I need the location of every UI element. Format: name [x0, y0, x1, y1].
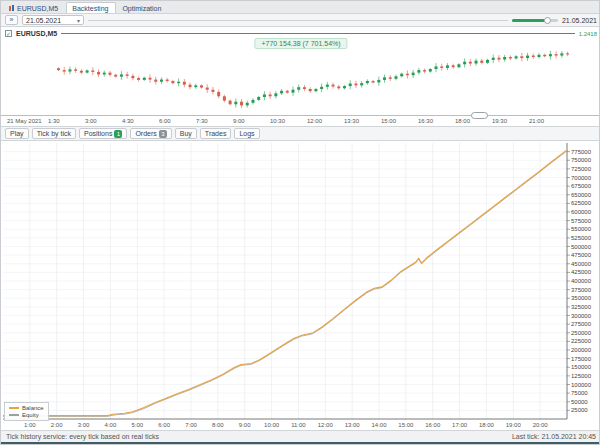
button-label: Trades: [205, 130, 227, 137]
panel-button-play[interactable]: Play: [5, 128, 29, 139]
x-tick-label: 15:00: [398, 422, 414, 428]
time-tick-label: 6:00: [159, 118, 171, 124]
button-label: Buy: [180, 130, 192, 137]
x-tick-label: 17:00: [452, 422, 468, 428]
price-chart-panel: ✓ EURUSD,M5 1.2418 +770 154.38 (7 701.54…: [1, 27, 600, 126]
panel-button-tick-by-tick[interactable]: Tick by tick: [32, 128, 76, 139]
y-tick-label: 325000: [571, 304, 592, 310]
legend-label: Equity: [22, 412, 39, 418]
current-test-time: 21.05.2021: [562, 17, 597, 24]
y-tick-label: 575000: [571, 218, 592, 224]
time-tick-label: 7:30: [196, 118, 208, 124]
x-tick-label: 5:00: [131, 422, 143, 428]
legend-swatch: [9, 407, 19, 409]
y-tick-label: 450000: [571, 261, 592, 267]
x-tick-label: 6:00: [158, 422, 170, 428]
button-label: Logs: [239, 130, 254, 137]
panel-button-logs[interactable]: Logs: [234, 128, 259, 139]
panel-button-orders[interactable]: Orders3: [130, 128, 171, 139]
skip-forward-button[interactable]: »: [5, 15, 18, 25]
x-tick-label: 2:00: [51, 422, 63, 428]
panel-button-trades[interactable]: Trades: [200, 128, 232, 139]
grid-lines: [3, 143, 567, 419]
y-tick-label: 625000: [571, 200, 592, 206]
legend-item-equity: Equity: [9, 412, 44, 418]
speed-slider[interactable]: [512, 19, 558, 22]
x-tick-label: 9:00: [239, 422, 251, 428]
time-tick-label: 1:30: [48, 118, 60, 124]
time-tick-label: 9:00: [233, 118, 245, 124]
tab-label: Optimization: [122, 5, 161, 12]
legend-swatch: [9, 414, 19, 416]
x-tick-label: 18:00: [479, 422, 495, 428]
x-tick-label: 7:00: [185, 422, 197, 428]
balance-equity-chart[interactable]: 7750007500007250007000006750006500006250…: [1, 142, 600, 430]
candlestick-icon: [9, 5, 14, 11]
tab-symbol-chart[interactable]: EURUSD,M5: [3, 2, 66, 13]
button-label: Play: [10, 130, 24, 137]
status-left: Tick history service: every tick based o…: [6, 433, 159, 440]
date-value: 21.05.2021: [26, 17, 61, 24]
x-tick-label: 1:00: [24, 422, 36, 428]
price-chart-time-axis: 21 May 20211:303:004:306:007:309:0010:30…: [1, 115, 600, 125]
playback-toolbar: » 21.05.2021 ▾ 21.05.2021: [1, 14, 600, 27]
backtesting-window: EURUSD,M5 Backtesting Optimization » 21.…: [0, 0, 600, 445]
speed-slider-thumb[interactable]: [544, 17, 551, 24]
y-tick-label: 500000: [571, 244, 592, 250]
candlestick-chart[interactable]: [1, 47, 600, 115]
tab-optimization[interactable]: Optimization: [116, 2, 169, 13]
y-tick-label: 725000: [571, 166, 592, 172]
button-label: Orders: [135, 130, 156, 137]
y-tick-label: 350000: [571, 295, 592, 301]
chart-legend: BalanceEquity: [4, 402, 49, 421]
y-tick-label: 550000: [571, 226, 592, 232]
equity-line: [3, 151, 567, 417]
trade-panel-toolbar: PlayTick by tickPositions1Orders3BuyTrad…: [1, 126, 600, 141]
time-tick-label: 21 May 2021: [7, 118, 42, 124]
button-label: Tick by tick: [37, 130, 71, 137]
panel-button-positions[interactable]: Positions1: [79, 128, 127, 139]
legend-item-balance: Balance: [9, 405, 44, 411]
y-tick-label: 400000: [571, 278, 592, 284]
speed-slider-fill: [512, 19, 545, 22]
skip-to-date-select[interactable]: 21.05.2021 ▾: [22, 15, 84, 25]
x-tick-label: 10:00: [264, 422, 280, 428]
legend-label: Balance: [22, 405, 44, 411]
x-tick-label: 4:00: [105, 422, 117, 428]
time-tick-label: 19:30: [492, 118, 507, 124]
x-tick-label: 12:00: [318, 422, 334, 428]
y-tick-label: 675000: [571, 183, 592, 189]
y-tick-label: 700000: [571, 175, 592, 181]
y-tick-label: 250000: [571, 330, 592, 336]
time-tick-label: 21:00: [529, 118, 544, 124]
y-tick-label: 25000: [571, 407, 588, 413]
y-tick-label: 600000: [571, 209, 592, 215]
tab-backtesting[interactable]: Backtesting: [66, 2, 116, 13]
count-badge: 1: [114, 130, 122, 138]
time-scrollbar-thumb[interactable]: [471, 112, 488, 119]
y-tick-label: 50000: [571, 399, 588, 405]
time-tick-label: 3:00: [85, 118, 97, 124]
progress-track[interactable]: [88, 20, 508, 21]
y-tick-label: 375000: [571, 287, 592, 293]
y-tick-label: 425000: [571, 269, 592, 275]
x-tick-label: 13:00: [345, 422, 361, 428]
y-tick-label: 275000: [571, 321, 592, 327]
y-tick-label: 775000: [571, 149, 592, 155]
y-tick-label: 200000: [571, 347, 592, 353]
time-tick-label: 12:00: [307, 118, 322, 124]
x-tick-label: 16:00: [425, 422, 441, 428]
button-label: Positions: [84, 130, 112, 137]
price-level-label: 1.2418: [579, 31, 597, 37]
x-tick-label: 20:00: [533, 422, 549, 428]
chevron-down-icon: ▾: [77, 17, 80, 24]
y-tick-label: 175000: [571, 356, 592, 362]
count-badge: 3: [159, 130, 167, 138]
panel-button-buy[interactable]: Buy: [175, 128, 197, 139]
price-level-line: [61, 33, 574, 34]
y-tick-label: 475000: [571, 252, 592, 258]
tab-bar: EURUSD,M5 Backtesting Optimization: [1, 1, 600, 14]
y-tick-label: 125000: [571, 373, 592, 379]
y-tick-label: 650000: [571, 192, 592, 198]
symbol-checkbox[interactable]: ✓: [5, 30, 12, 37]
